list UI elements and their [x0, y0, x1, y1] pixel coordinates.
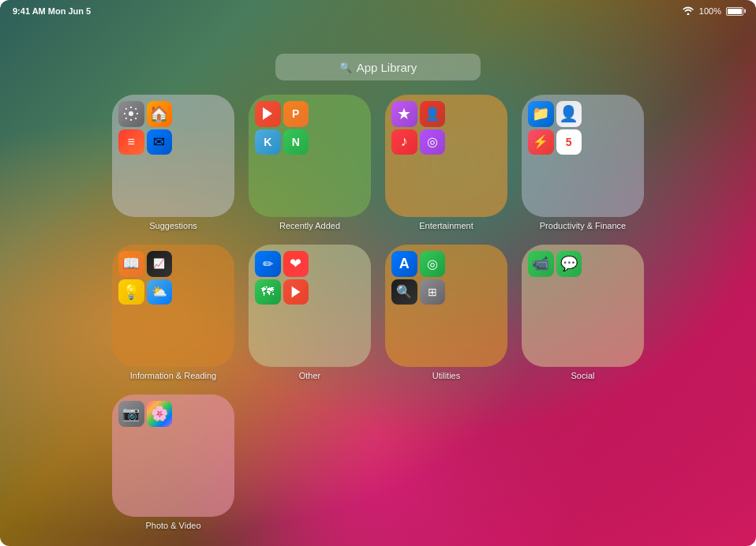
screen: 9:41 AM Mon Jun 5 100% 🔍 App Library: [0, 0, 756, 546]
app-superstar[interactable]: ★: [391, 101, 417, 127]
app-podcasts[interactable]: ◎: [420, 129, 446, 155]
folder-suggestions-box[interactable]: 🏠 ≡ ✉: [112, 95, 234, 217]
folder-productivity-box[interactable]: 📁 👤 ⚡ 5: [522, 95, 644, 217]
search-bar[interactable]: 🔍 App Library: [275, 54, 481, 80]
svg-marker-1: [263, 107, 272, 120]
app-camera[interactable]: 📷: [118, 401, 144, 427]
folder-productivity[interactable]: 📁 👤 ⚡ 5 Productivity & Finance: [522, 95, 644, 230]
app-swift-playgrounds[interactable]: [255, 101, 281, 127]
folder-social-box[interactable]: 📹 💬: [522, 245, 644, 367]
app-music[interactable]: ♪: [391, 129, 417, 155]
app-pages[interactable]: P: [283, 101, 309, 127]
app-photo-empty-1: [118, 429, 144, 455]
app-contacts[interactable]: 👤: [556, 101, 582, 127]
app-facetime[interactable]: 📹: [528, 251, 554, 277]
folder-entertainment[interactable]: ★ 👤 ♪ ◎ Entertainment: [385, 95, 507, 230]
wifi-icon: [682, 6, 694, 17]
app-books[interactable]: 📖: [118, 251, 144, 277]
app-settings[interactable]: [118, 101, 144, 127]
app-maps[interactable]: 🗺: [255, 279, 281, 305]
app-files[interactable]: 📁: [528, 101, 554, 127]
app-tips[interactable]: 💡: [118, 279, 144, 305]
app-weather[interactable]: ⛅: [147, 279, 173, 305]
app-calendar[interactable]: 5: [556, 129, 582, 155]
folder-utilities[interactable]: A ◎ 🔍 ⊞ Utilities: [385, 245, 507, 380]
app-photo-empty-2: [147, 429, 173, 455]
folder-entertainment-label: Entertainment: [419, 221, 473, 230]
app-system-prefs[interactable]: ⊞: [420, 279, 446, 305]
status-bar: 9:41 AM Mon Jun 5 100%: [0, 0, 756, 22]
folder-recently-added-label: Recently Added: [279, 221, 340, 230]
app-appstore[interactable]: A: [391, 251, 417, 277]
app-health[interactable]: ❤: [283, 251, 309, 277]
battery-fill: [728, 9, 742, 14]
app-social-empty-2: [556, 279, 582, 305]
folder-info-reading[interactable]: 📖 📈 💡 ⛅ Information & Reading: [112, 245, 234, 380]
folder-suggestions-label: Suggestions: [149, 221, 197, 230]
folder-other-box[interactable]: ✏ ❤ 🗺: [249, 245, 371, 367]
folder-photo-video-box[interactable]: 📷 🌸: [112, 395, 234, 517]
app-freeform[interactable]: ✏: [255, 251, 281, 277]
app-grid: 🏠 ≡ ✉ Suggestions: [112, 95, 644, 530]
folder-suggestions[interactable]: 🏠 ≡ ✉ Suggestions: [112, 95, 234, 230]
app-keynote[interactable]: K: [255, 129, 281, 155]
search-icon: 🔍: [339, 62, 352, 73]
svg-marker-2: [291, 286, 300, 297]
app-shortcuts[interactable]: ⚡: [528, 129, 554, 155]
app-messages[interactable]: 💬: [556, 251, 582, 277]
folder-social[interactable]: 📹 💬 Social: [522, 245, 644, 380]
app-home[interactable]: 🏠: [147, 101, 173, 127]
app-stocks[interactable]: 📈: [147, 251, 173, 277]
folder-info-reading-label: Information & Reading: [130, 371, 216, 380]
app-numbers[interactable]: N: [283, 129, 309, 155]
folder-info-reading-box[interactable]: 📖 📈 💡 ⛅: [112, 245, 234, 367]
folder-recently-added-box[interactable]: P K N: [249, 95, 371, 217]
battery-icon: [726, 7, 743, 16]
folder-utilities-box[interactable]: A ◎ 🔍 ⊞: [385, 245, 507, 367]
status-right: 100%: [682, 6, 743, 17]
folder-productivity-label: Productivity & Finance: [540, 221, 626, 230]
app-mail[interactable]: ✉: [147, 129, 173, 155]
battery-percent: 100%: [699, 6, 721, 16]
app-portrait[interactable]: 👤: [420, 101, 446, 127]
svg-point-0: [129, 111, 133, 116]
folder-other[interactable]: ✏ ❤ 🗺 Other: [249, 245, 371, 380]
folder-social-label: Social: [571, 371, 595, 380]
folder-other-label: Other: [299, 371, 321, 380]
search-bar-label: App Library: [357, 61, 417, 74]
app-reminders[interactable]: ≡: [118, 129, 144, 155]
folder-entertainment-box[interactable]: ★ 👤 ♪ ◎: [385, 95, 507, 217]
status-time: 9:41 AM Mon Jun 5: [13, 6, 91, 16]
app-magnifier[interactable]: 🔍: [391, 279, 417, 305]
folder-utilities-label: Utilities: [432, 371, 460, 380]
folder-photo-video[interactable]: 📷 🌸 Photo & Video: [112, 395, 234, 530]
app-social-empty-1: [528, 279, 554, 305]
app-photos[interactable]: 🌸: [147, 401, 173, 427]
app-findmy[interactable]: ◎: [420, 251, 446, 277]
folder-recently-added[interactable]: P K N Recently Added: [249, 95, 371, 230]
folder-photo-video-label: Photo & Video: [145, 521, 200, 530]
app-swift[interactable]: [283, 279, 309, 305]
